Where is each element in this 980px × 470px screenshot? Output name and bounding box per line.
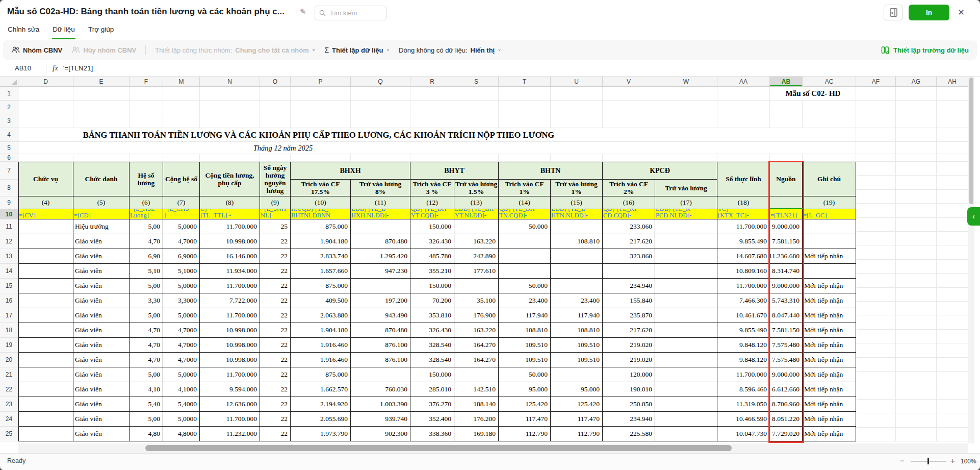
cell[interactable] <box>896 162 937 176</box>
cell[interactable] <box>655 128 717 142</box>
cell[interactable] <box>551 279 603 293</box>
cell[interactable] <box>856 232 896 245</box>
cell[interactable] <box>499 249 551 264</box>
cell[interactable] <box>655 338 717 353</box>
cell[interactable] <box>603 87 655 101</box>
cell[interactable]: 876.100 <box>351 338 410 353</box>
cell[interactable] <box>499 87 551 101</box>
cell[interactable]: 11.700.000 <box>200 219 260 234</box>
formula-cell[interactable]: QĐ]-[TL_BH TN.CQĐ]- <box>499 209 551 219</box>
cell[interactable] <box>551 142 603 154</box>
cell[interactable] <box>200 114 260 128</box>
cell[interactable] <box>896 114 937 128</box>
column-number-cell[interactable]: (7) <box>163 196 200 209</box>
header-cell[interactable]: Cộng hệ số <box>163 162 200 196</box>
cell[interactable] <box>18 353 73 367</box>
cell[interactable] <box>856 218 896 232</box>
cell[interactable]: 10.809.160 <box>717 264 770 279</box>
cell[interactable] <box>896 176 937 189</box>
header-cell[interactable]: Số ngày hưởng nguyên lương <box>260 162 291 196</box>
column-header-V[interactable]: V <box>603 77 655 87</box>
column-header-AC[interactable]: AC <box>803 77 856 87</box>
cell[interactable]: 10.461.670 <box>717 308 770 323</box>
cell[interactable] <box>770 114 803 128</box>
formula-cell[interactable]: TC]- [KTX_TC]- <box>717 209 770 219</box>
cell[interactable]: Mới tiếp nhận <box>803 323 856 338</box>
cell[interactable] <box>896 343 937 357</box>
cell[interactable] <box>896 428 937 441</box>
header-cell[interactable]: Trích vào CF 2% <box>603 180 655 196</box>
cell[interactable]: 1.973.790 <box>291 427 351 441</box>
cell[interactable] <box>499 154 551 162</box>
cell[interactable] <box>937 288 968 302</box>
formula-cell[interactable]: LĐB]-[TL_B HXH.NLĐĐ]- <box>351 209 410 219</box>
cell[interactable]: 11.700.000 <box>717 367 770 382</box>
cell[interactable] <box>856 162 896 176</box>
formula-cell[interactable]: =[L_GC] <box>803 209 856 219</box>
zoom-slider-handle[interactable] <box>927 458 929 464</box>
cell[interactable] <box>717 142 770 154</box>
cell[interactable]: 5,0000 <box>163 279 200 293</box>
cell[interactable] <box>18 427 73 441</box>
column-number-cell[interactable]: (4) <box>18 196 73 209</box>
cell[interactable] <box>454 142 499 154</box>
cell[interactable] <box>291 142 351 154</box>
cell[interactable]: 9.000.000 <box>770 367 803 382</box>
cell[interactable]: 5,00 <box>130 412 163 427</box>
cell[interactable]: 8.051.220 <box>770 412 803 427</box>
cell[interactable]: 117.940 <box>499 308 551 323</box>
formula-cell[interactable]: =[CD] <box>73 209 130 219</box>
vertical-scrollbar-thumb[interactable] <box>969 78 973 204</box>
cell[interactable] <box>655 353 717 367</box>
cell[interactable] <box>603 154 655 162</box>
cell[interactable] <box>499 264 551 279</box>
header-cell[interactable]: Chức danh <box>73 162 130 196</box>
cell[interactable]: 150.000 <box>410 279 454 293</box>
cell[interactable]: 11.319.050 <box>717 397 770 412</box>
cell[interactable] <box>655 397 717 412</box>
cell[interactable]: 4,10 <box>130 382 163 397</box>
cell[interactable]: 4,8000 <box>163 427 200 441</box>
cell[interactable] <box>803 142 856 154</box>
header-cell[interactable]: Trích vào CF 17.5% <box>291 180 351 196</box>
cell[interactable]: 1.657.660 <box>291 264 351 279</box>
cell[interactable] <box>200 128 260 142</box>
cell[interactable] <box>18 114 73 128</box>
formula-cell[interactable]: =[TLN21] <box>770 209 803 219</box>
cell[interactable] <box>655 87 717 101</box>
cell[interactable]: 234.940 <box>603 279 655 293</box>
cell[interactable]: 22 <box>260 308 291 323</box>
row-header-4[interactable]: 4 <box>0 128 18 142</box>
cell[interactable]: 188.140 <box>454 397 499 412</box>
cell[interactable]: 22 <box>260 397 291 412</box>
cell[interactable] <box>18 308 73 323</box>
header-cell[interactable]: Trừ vào lương 8% <box>351 180 410 196</box>
cell[interactable]: 22 <box>260 323 291 338</box>
cell[interactable]: 11.700.000 <box>200 412 260 427</box>
cell[interactable]: Mới tiếp nhận <box>803 353 856 367</box>
cell[interactable]: 1.662.570 <box>291 382 351 397</box>
side-panel-toggle[interactable]: ‹ <box>967 207 980 226</box>
cell[interactable] <box>655 323 717 338</box>
cell[interactable]: 22 <box>260 353 291 367</box>
column-number-cell[interactable]: (18) <box>717 196 770 209</box>
cell[interactable]: 5.743.310 <box>770 293 803 308</box>
cell[interactable] <box>454 367 499 382</box>
cell[interactable]: 338.360 <box>410 427 454 441</box>
cell[interactable]: 10.998.000 <box>200 234 260 249</box>
cell[interactable]: Giáo viên <box>73 249 130 264</box>
cell[interactable]: 150.000 <box>410 367 454 382</box>
cell[interactable]: 163.220 <box>454 323 499 338</box>
cell[interactable]: 9.594.000 <box>200 382 260 397</box>
cell[interactable]: 5,40 <box>130 397 163 412</box>
cell[interactable]: 112.790 <box>551 427 603 441</box>
cell[interactable] <box>260 128 291 142</box>
cell[interactable]: 7.729.020 <box>770 427 803 441</box>
cell[interactable]: 5,1000 <box>163 264 200 279</box>
cell[interactable]: 22 <box>260 427 291 441</box>
header-cell[interactable]: Trích vào CF 3 % <box>410 180 454 196</box>
cell[interactable] <box>351 279 410 293</box>
cell[interactable] <box>655 234 717 249</box>
cell[interactable]: 11.232.000 <box>200 427 260 441</box>
row-header-12[interactable]: 12 <box>0 234 18 249</box>
